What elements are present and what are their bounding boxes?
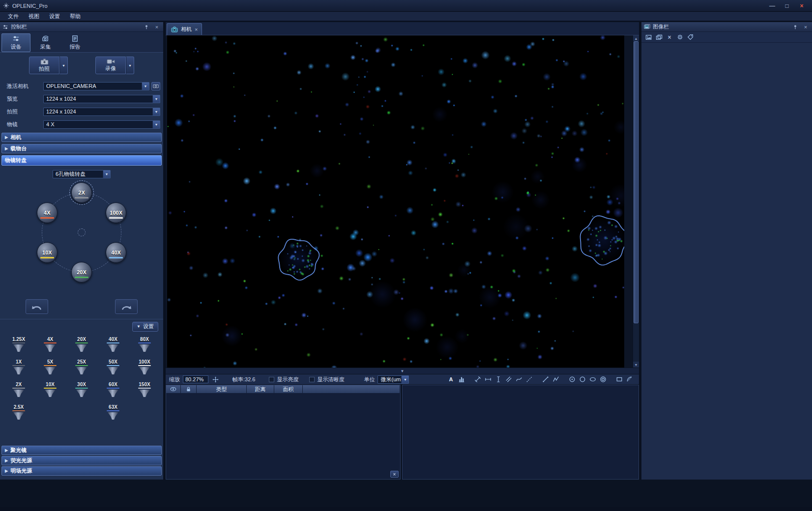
scroll-down-icon[interactable]: ▼ (633, 362, 639, 368)
close-panel-icon[interactable]: × (153, 24, 161, 30)
photo-options-arrow[interactable]: ▼ (59, 57, 68, 74)
turret-objective-10X[interactable]: 10X (37, 242, 58, 263)
objective-button-80X[interactable]: 80X (129, 337, 160, 357)
panel-expander[interactable]: ▼ (166, 368, 639, 374)
show-brightness-checkbox[interactable]: 显示亮度 (269, 376, 298, 383)
turret-objective-40X[interactable]: 40X (106, 242, 126, 263)
turret-objective-20X[interactable]: 20X (71, 262, 92, 283)
pin-icon[interactable] (791, 24, 799, 30)
section-camera[interactable]: ▶ 相机 (1, 133, 162, 142)
dashed-line-tool-icon[interactable] (525, 375, 533, 384)
rectangle-tool-icon[interactable] (615, 375, 623, 384)
objective-button-50X[interactable]: 50X (97, 359, 129, 379)
preview-resolution-select[interactable]: 1224 x 1024 ▼ (43, 95, 160, 103)
fit-to-window-icon[interactable] (211, 375, 220, 384)
menu-view[interactable]: 视图 (24, 12, 44, 21)
area-column-header[interactable]: 面积 (274, 385, 303, 394)
menu-help[interactable]: 帮助 (65, 12, 86, 21)
pin-icon[interactable] (143, 24, 150, 30)
clear-measurements-button[interactable]: × (390, 471, 399, 478)
objective-button-40X[interactable]: 40X (97, 337, 129, 357)
vertical-scrollbar[interactable]: ▲ ▼ (633, 35, 639, 368)
segment-tool-icon[interactable] (541, 375, 550, 384)
horizontal-line-tool-icon[interactable] (484, 375, 492, 384)
arc-tool-icon[interactable] (625, 375, 634, 384)
add-image-icon[interactable] (644, 33, 653, 41)
record-button[interactable]: 录像 (95, 57, 126, 74)
photo-resolution-select[interactable]: 1224 x 1024 ▼ (43, 108, 160, 116)
objective-button-63X[interactable]: 63X (97, 404, 129, 425)
objective-button-1.25X[interactable]: 1.25X (3, 337, 34, 357)
show-sharpness-checkbox[interactable]: 显示清晰度 (309, 376, 344, 383)
close-panel-icon[interactable]: × (802, 24, 810, 30)
objective-button-100X[interactable]: 100X (129, 359, 160, 379)
curve-tool-icon[interactable] (515, 375, 523, 384)
scrollbar-thumb[interactable] (634, 41, 638, 323)
edit-tag-icon[interactable] (686, 33, 695, 41)
measurement-table-body[interactable] (166, 394, 400, 479)
polyline-tool-icon[interactable] (551, 375, 560, 384)
unit-select[interactable]: 微米(um) ▼ (377, 375, 409, 384)
objective-button-2.5X[interactable]: 2.5X (3, 404, 34, 425)
record-options-arrow[interactable]: ▼ (126, 57, 134, 74)
vertical-caliper-tool-icon[interactable] (494, 375, 502, 384)
objective-button-20X[interactable]: 20X (66, 337, 97, 357)
tab-device[interactable]: 设备 (1, 33, 30, 52)
minimize-button[interactable]: — (765, 1, 780, 10)
turret-objective-4X[interactable]: 4X (37, 202, 58, 223)
close-button[interactable]: × (794, 1, 809, 10)
tab-capture[interactable]: 采集 (31, 33, 60, 52)
tab-camera-view[interactable]: 相机 × (167, 23, 202, 35)
delete-image-icon[interactable]: × (665, 33, 674, 41)
active-camera-select[interactable]: OPLENIC_CAMERA ▼ (43, 82, 149, 90)
rotate-left-button[interactable] (26, 299, 48, 314)
section-brightfield-light[interactable]: ▶ 明场光源 (1, 466, 162, 476)
refresh-camera-button[interactable] (151, 82, 160, 90)
zoom-input[interactable] (183, 375, 208, 383)
section-condenser[interactable]: ▶ 聚光镜 (1, 446, 162, 455)
turret-type-select[interactable]: 6孔物镜转盘 ▼ (53, 170, 111, 178)
parallel-lines-tool-icon[interactable] (504, 375, 513, 384)
microscope-image[interactable] (167, 35, 624, 368)
menu-file[interactable]: 文件 (3, 12, 24, 21)
lock-column-header[interactable] (181, 385, 197, 394)
objective-select[interactable]: 4 X ▼ (43, 120, 160, 129)
turret-settings-label: 设置 (143, 323, 154, 330)
turret-objective-100X[interactable]: 100X (106, 202, 126, 223)
circle-center-tool-icon[interactable] (568, 375, 576, 384)
measure-line-tool-icon[interactable] (473, 375, 482, 384)
section-fluorescent-light[interactable]: ▶ 荧光光源 (1, 456, 162, 465)
section-turret[interactable]: 物镜转盘 (1, 155, 162, 166)
scroll-up-icon[interactable]: ▲ (633, 35, 639, 41)
objective-button-4X[interactable]: 4X (34, 337, 66, 357)
objective-button-25X[interactable]: 25X (66, 359, 97, 379)
objective-button-2X[interactable]: 2X (3, 382, 34, 402)
histogram-tool-icon[interactable] (457, 375, 465, 384)
photo-button[interactable]: 拍照 (29, 57, 59, 74)
ellipse-tool-icon[interactable] (588, 375, 597, 384)
concentric-circles-tool-icon[interactable] (599, 375, 607, 384)
settings-gear-icon[interactable] (675, 33, 684, 41)
menu-settings[interactable]: 设置 (44, 12, 65, 21)
tab-report[interactable]: 报告 (60, 33, 89, 52)
copy-image-icon[interactable] (655, 33, 664, 41)
objective-button-30X[interactable]: 30X (66, 382, 97, 402)
rotate-right-button[interactable] (115, 299, 138, 314)
turret-objective-2X[interactable]: 2X (71, 182, 92, 203)
control-panel-header: 控制栏 × (0, 22, 163, 32)
objective-button-5X[interactable]: 5X (34, 359, 66, 379)
objective-button-150X[interactable]: 150X (129, 382, 160, 402)
visibility-column-header[interactable] (166, 385, 181, 394)
objective-button-60X[interactable]: 60X (97, 382, 129, 402)
image-gallery-body[interactable] (641, 43, 812, 480)
circle-tool-icon[interactable] (578, 375, 586, 384)
distance-column-header[interactable]: 距离 (247, 385, 274, 394)
close-tab-icon[interactable]: × (195, 27, 198, 32)
text-tool-icon[interactable]: A (447, 375, 455, 384)
turret-settings-button[interactable]: ▼ 设置 (132, 322, 158, 332)
objective-button-1X[interactable]: 1X (3, 359, 34, 379)
section-stage[interactable]: ▶ 载物台 (1, 144, 162, 153)
objective-button-10X[interactable]: 10X (34, 382, 66, 402)
type-column-header[interactable]: 类型 (197, 385, 247, 394)
maximize-button[interactable]: □ (780, 1, 794, 10)
